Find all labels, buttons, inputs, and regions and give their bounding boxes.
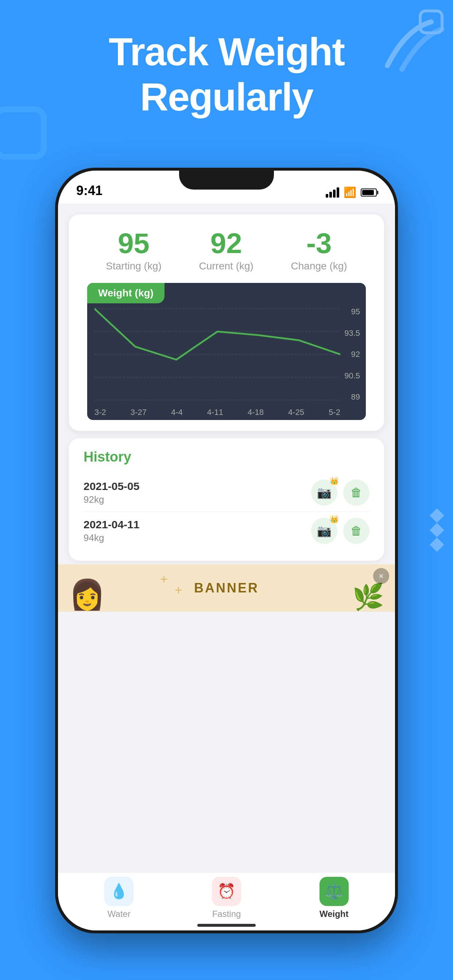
history-section: History 2021-05-05 92kg 👑 📷 🗑 [69, 438, 384, 561]
wifi-icon: 📶 [344, 186, 356, 198]
battery-icon [361, 188, 377, 197]
history-date: 2021-05-05 [83, 480, 139, 493]
fasting-tab-label: Fasting [212, 909, 241, 919]
history-weight: 94kg [83, 532, 139, 544]
history-item-info: 2021-04-11 94kg [83, 519, 139, 544]
history-actions: 👑 📷 🗑 [311, 479, 370, 506]
trash-icon: 🗑 [351, 486, 362, 500]
banner-close-button[interactable]: × [373, 568, 389, 584]
change-stat: -3 Change (kg) [291, 229, 347, 272]
chart-header: Weight (kg) [87, 283, 164, 303]
history-item: 2021-05-05 92kg 👑 📷 🗑 [83, 474, 370, 512]
hero-title: Track Weight Regularly [0, 29, 453, 119]
weight-tab-label: Weight [319, 909, 349, 919]
crown-badge: 👑 [330, 515, 339, 523]
current-stat: 92 Current (kg) [199, 229, 254, 272]
chart-title: Weight (kg) [98, 287, 153, 299]
phone-screen: 9:41 📶 95 S [58, 170, 395, 931]
delete-button[interactable]: 🗑 [343, 479, 370, 506]
water-tab-label: Water [108, 909, 131, 919]
status-icons: 📶 [326, 186, 377, 198]
fasting-icon: ⏰ [217, 883, 236, 900]
weight-tab-icon: ⚖️ [319, 877, 349, 906]
trash-icon: 🗑 [351, 524, 362, 538]
stats-row: 95 Starting (kg) 92 Current (kg) -3 Chan… [87, 229, 366, 272]
bg-diamonds [432, 511, 442, 550]
banner-text: BANNER [194, 581, 259, 596]
signal-icon [326, 188, 339, 197]
starting-stat: 95 Starting (kg) [106, 229, 161, 272]
starting-label: Starting (kg) [106, 260, 161, 272]
fasting-tab-icon: ⏰ [212, 877, 241, 906]
current-value: 92 [199, 229, 254, 258]
chart-line-svg [94, 307, 340, 402]
camera-button[interactable]: 👑 📷 [311, 518, 337, 544]
history-date: 2021-04-11 [83, 519, 139, 531]
water-icon: 💧 [110, 883, 128, 900]
status-time: 9:41 [76, 183, 102, 198]
camera-icon: 📷 [317, 524, 332, 538]
chart-y-labels: 95 93.5 92 90.5 89 [344, 307, 360, 402]
camera-icon: 📷 [317, 485, 332, 500]
stats-card: 95 Starting (kg) 92 Current (kg) -3 Chan… [69, 215, 384, 431]
banner-plant-illustration: 🌿 [353, 582, 384, 612]
phone-notch [179, 168, 274, 189]
camera-button[interactable]: 👑 📷 [311, 479, 337, 506]
history-title: History [83, 449, 370, 465]
weight-chart: Weight (kg) 95 93.5 92 90.5 89 [87, 283, 366, 420]
delete-button[interactable]: 🗑 [343, 518, 370, 544]
banner-plus-deco: + [160, 572, 168, 587]
history-item: 2021-04-11 94kg 👑 📷 🗑 [83, 512, 370, 550]
chart-body: 95 93.5 92 90.5 89 [87, 303, 366, 420]
chart-x-labels: 3-2 3-27 4-4 4-11 4-18 4-25 5-2 [94, 407, 340, 417]
change-label: Change (kg) [291, 260, 347, 272]
water-tab-icon: 💧 [104, 877, 134, 906]
banner-plus-deco2: + [175, 582, 182, 598]
current-label: Current (kg) [199, 260, 254, 272]
banner-girl-illustration: 👩 [69, 578, 105, 612]
tab-fasting[interactable]: ⏰ Fasting [173, 877, 281, 919]
tab-water[interactable]: 💧 Water [65, 877, 173, 919]
home-indicator [197, 924, 256, 927]
phone-mockup: 9:41 📶 95 S [55, 168, 398, 933]
banner: 👩 BANNER 🌿 + + × [58, 565, 395, 612]
tab-bar: 💧 Water ⏰ Fasting ⚖️ Weight [58, 872, 395, 931]
history-actions: 👑 📷 🗑 [311, 518, 370, 544]
history-item-info: 2021-05-05 92kg [83, 480, 139, 505]
starting-value: 95 [106, 229, 161, 258]
history-weight: 92kg [83, 494, 139, 505]
tab-weight[interactable]: ⚖️ Weight [280, 877, 388, 919]
phone-content: 95 Starting (kg) 92 Current (kg) -3 Chan… [58, 204, 395, 931]
close-icon: × [379, 571, 384, 581]
crown-badge: 👑 [330, 477, 339, 485]
weight-icon: ⚖️ [325, 883, 343, 900]
change-value: -3 [291, 229, 347, 258]
